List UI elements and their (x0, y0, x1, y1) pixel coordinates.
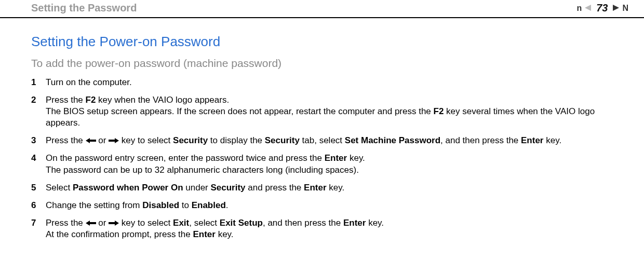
step-number: 5 (31, 182, 46, 194)
key-security-tab: Security (265, 135, 300, 145)
nav-prev-icon[interactable] (585, 4, 593, 12)
step-text: Press the (46, 218, 86, 228)
nav-letter-n: n (576, 4, 582, 13)
step-text: tab, select (300, 135, 345, 145)
key-enter: Enter (521, 135, 543, 145)
step-5: 5 Select Password when Power On under Se… (31, 182, 613, 194)
step-2: 2 Press the F2 key when the VAIO logo ap… (31, 94, 613, 129)
key-f2: F2 (434, 106, 444, 116)
key-security: Security (173, 135, 208, 145)
arrow-left-icon (86, 138, 96, 144)
svg-marker-4 (86, 221, 96, 226)
step-number: 2 (31, 94, 46, 129)
step-text: Press the (46, 95, 86, 105)
step-text: At the confirmation prompt, press the (46, 229, 193, 239)
step-text: , select (189, 218, 220, 228)
svg-marker-3 (109, 138, 119, 143)
step-body: Change the setting from Disabled to Enab… (46, 200, 613, 211)
svg-marker-0 (585, 5, 591, 11)
key-exit-setup: Exit Setup (220, 218, 263, 228)
step-text: The BIOS setup screen appears. If the sc… (46, 106, 434, 116)
step-6: 6 Change the setting from Disabled to En… (31, 200, 613, 211)
key-disabled: Disabled (142, 200, 179, 210)
step-text: key to select (119, 218, 173, 228)
step-text: On the password entry screen, enter the … (46, 153, 325, 163)
section-title: Setting the Power-on Password (31, 34, 613, 50)
svg-marker-1 (613, 5, 619, 11)
step-number: 6 (31, 200, 46, 211)
step-text: Select (46, 183, 73, 193)
step-text: key. (544, 135, 562, 145)
arrow-right-icon (109, 138, 119, 144)
step-text: key to select (119, 135, 173, 145)
step-number: 3 (31, 135, 46, 146)
step-text: The password can be up to 32 alphanumeri… (46, 165, 359, 175)
key-enter: Enter (343, 218, 366, 228)
step-body: Turn on the computer. (46, 77, 613, 88)
key-enter: Enter (325, 153, 347, 163)
step-body: Select Password when Power On under Secu… (46, 182, 613, 194)
step-text: Change the setting from (46, 200, 142, 210)
step-1: 1 Turn on the computer. (31, 77, 613, 88)
step-text: under (183, 183, 211, 193)
step-number: 1 (31, 77, 46, 88)
svg-marker-5 (109, 221, 119, 226)
step-body: On the password entry screen, enter the … (46, 153, 613, 175)
step-text: to display the (208, 135, 265, 145)
step-text: to (179, 200, 192, 210)
step-text: Turn on the computer. (46, 77, 132, 87)
step-text: and press the (246, 183, 304, 193)
step-number: 4 (31, 153, 46, 175)
key-enter: Enter (193, 229, 215, 239)
header-nav: n 73 N (576, 2, 628, 14)
step-7: 7 Press the or key to select Exit, selec… (31, 217, 613, 240)
step-text: key. (366, 218, 384, 228)
key-enter: Enter (304, 183, 326, 193)
key-security: Security (210, 183, 245, 193)
key-pwd-power-on: Password when Power On (73, 183, 183, 193)
step-text: . (226, 200, 229, 210)
step-text: key. (216, 229, 234, 239)
arrow-right-icon (109, 220, 119, 226)
step-body: Press the or key to select Exit, select … (46, 217, 613, 240)
svg-marker-2 (86, 138, 96, 143)
header-title: Setting the Password (31, 2, 137, 14)
step-3: 3 Press the or key to select Security to… (31, 135, 613, 146)
key-set-machine-password: Set Machine Password (345, 135, 440, 145)
nav-letter-N: N (622, 4, 628, 13)
step-text: key when the VAIO logo appears. (96, 95, 229, 105)
step-text: , and then press the (440, 135, 521, 145)
steps-list: 1 Turn on the computer. 2 Press the F2 k… (31, 77, 613, 240)
step-4: 4 On the password entry screen, enter th… (31, 153, 613, 175)
step-text: or (96, 218, 109, 228)
page-header: Setting the Password n 73 N (0, 0, 644, 18)
step-text: , and then press the (263, 218, 343, 228)
arrow-left-icon (86, 220, 96, 226)
key-exit: Exit (173, 218, 189, 228)
key-enabled: Enabled (192, 200, 226, 210)
step-number: 7 (31, 217, 46, 240)
step-body: Press the F2 key when the VAIO logo appe… (46, 94, 613, 129)
nav-next-icon[interactable] (611, 4, 619, 12)
page-number: 73 (596, 2, 608, 14)
step-text: key. (347, 153, 365, 163)
key-f2: F2 (86, 95, 96, 105)
step-text: Press the (46, 135, 86, 145)
step-text: key. (327, 183, 345, 193)
step-text: or (96, 135, 109, 145)
step-body: Press the or key to select Security to d… (46, 135, 613, 146)
content-area: Setting the Power-on Password To add the… (0, 18, 644, 257)
section-subtitle: To add the power-on password (machine pa… (31, 57, 613, 70)
